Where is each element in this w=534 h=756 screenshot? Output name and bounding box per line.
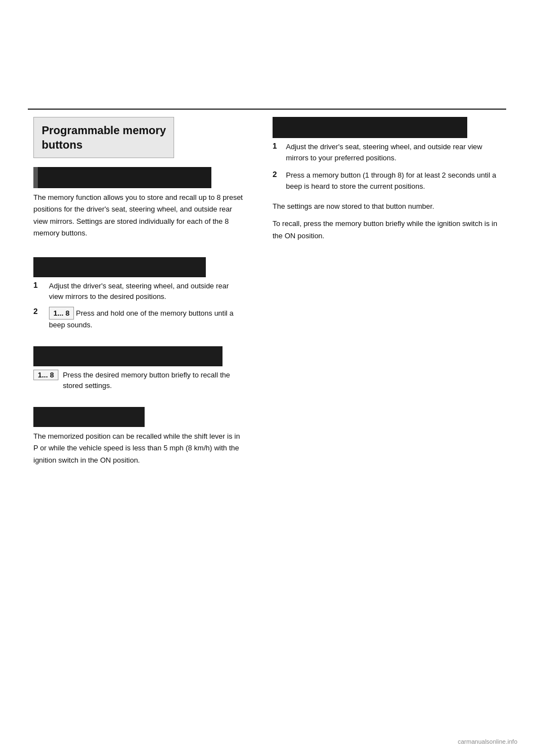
right-column: 1 Adjust the driver's seat, steering whe… [273,117,501,247]
intro-text: The memory function allows you to store … [33,192,245,239]
step-2-line: 2 1... 8 Press and hold one of the memor… [33,307,245,331]
right-image-bar-1 [273,117,467,138]
right-step-2-text: Press a memory button (1 through 8) for … [286,170,501,192]
right-step-1-num: 1 [273,141,284,150]
step-1-text: Adjust the driver's seat, steering wheel… [49,281,245,302]
step-1-line: 1 Adjust the driver's seat, steering whe… [33,281,245,302]
left-image-bar-2 [33,257,206,277]
right-body-text-2: To recall, press the memory button brief… [273,218,501,242]
left-column: Programmable memory buttons The memory f… [33,117,245,482]
section-storing: 1 Adjust the driver's seat, steering whe… [33,257,245,331]
left-image-bar-1 [33,167,211,188]
section-recalling: 1... 8 Press the desired memory button b… [33,346,245,391]
title-box: Programmable memory buttons [33,117,174,158]
recall-text: Press the desired memory button briefly … [63,370,245,391]
memory-badge-recall: 1... 8 [33,370,58,380]
top-rule [28,109,506,110]
step-2-num: 2 [33,307,47,316]
bar-accent-1 [33,167,38,188]
right-step-2-num: 2 [273,170,284,179]
step-2-content: 1... 8 Press and hold one of the memory … [49,307,245,331]
footer-watermark: carmanualsonline.info [458,738,517,745]
right-body-text-1: The settings are now stored to that butt… [273,200,501,212]
step-2-text: Press and hold one of the memory buttons… [49,309,234,330]
section-additional: The memorized position can be recalled w… [33,407,245,466]
left-image-bar-4 [33,407,145,427]
page-title: Programmable memory buttons [42,123,166,152]
section-intro: The memory function allows you to store … [33,192,245,239]
right-step-1-line: 1 Adjust the driver's seat, steering whe… [273,141,501,163]
right-step-2-line: 2 Press a memory button (1 through 8) fo… [273,170,501,192]
memory-badge-store: 1... 8 [49,307,74,320]
left-image-bar-3 [33,346,222,366]
right-step-1-text: Adjust the driver's seat, steering wheel… [286,141,501,163]
recall-line: 1... 8 Press the desired memory button b… [33,370,245,391]
page-container: Programmable memory buttons The memory f… [0,0,534,756]
step-1-num: 1 [33,281,47,289]
additional-text: The memorized position can be recalled w… [33,430,245,466]
